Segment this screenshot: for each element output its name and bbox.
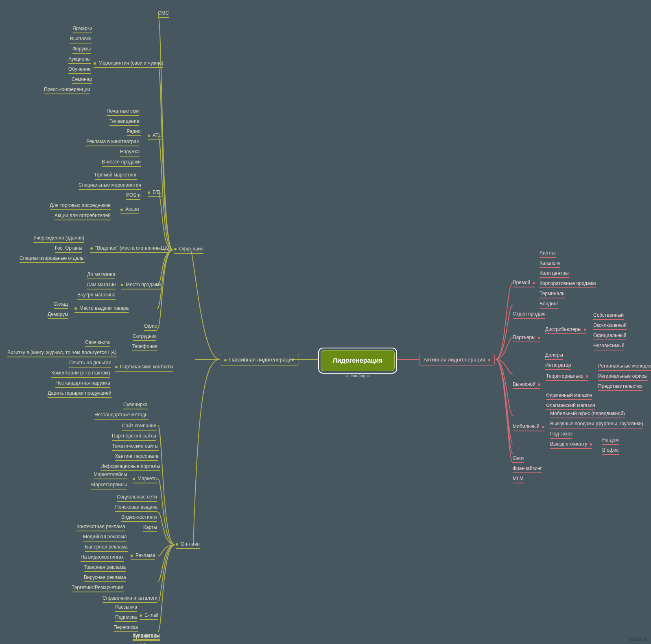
bullet-icon: [586, 375, 588, 378]
list-item: Учереждения (здания): [33, 235, 84, 243]
distrib-node: Дистрибьютеры: [545, 326, 586, 334]
list-item: Акции для потребителей: [55, 213, 111, 220]
online-node: Он-лайн: [176, 541, 200, 549]
bullet-icon: [538, 383, 540, 386]
ads-node: Реклама: [131, 553, 155, 560]
list-item: Хантинг персонала: [115, 453, 158, 461]
direct-node: Прямой: [513, 280, 535, 287]
list-item: Выставки: [70, 36, 92, 44]
root-label: Лидогенерация: [333, 357, 383, 364]
list-item: POSm: [126, 192, 140, 200]
list-item: Наружка: [120, 149, 140, 157]
list-item: Выездные продажи (фургоны, грузовики): [550, 421, 643, 429]
sales-dept-node: Отдел продаж: [513, 311, 545, 319]
list-item: Региональные офисы: [598, 373, 648, 381]
list-item: Тематические сайты: [112, 443, 159, 451]
bullet-icon: [120, 209, 123, 211]
list-item: Прямой маркетинг: [95, 172, 137, 180]
list-item: Обучение: [68, 66, 91, 74]
bullet-icon: [74, 307, 77, 310]
list-item: Фирменный магазин: [546, 392, 592, 400]
list-item: Ярмарки: [72, 26, 92, 33]
pickup-node: Место выдачи товара: [74, 305, 129, 313]
list-item: Флагманский магазин: [546, 402, 595, 410]
waterhole-node: "Водопои" (места скопления ЦА): [90, 245, 169, 253]
list-item: Печать на деньгах: [69, 360, 111, 368]
list-item: Коментарии (с контактом): [51, 370, 110, 378]
list-item: MLM: [513, 476, 524, 483]
list-item: Маркетплейсы: [94, 472, 127, 479]
list-item: Поисковая выдача: [115, 504, 157, 512]
list-item: Реклама в кинотеатрах: [86, 139, 139, 146]
list-item: Маркетсервисы: [91, 482, 127, 490]
list-item: До магазина: [87, 272, 115, 279]
list-item: Склад: [54, 301, 68, 309]
bullet-icon: [174, 248, 177, 250]
bullet-icon: [590, 443, 592, 446]
list-item: Купонаторы: [133, 632, 160, 640]
mobile-node: Мобильный: [513, 424, 544, 431]
list-item: Терминалы: [540, 291, 566, 298]
list-item: Подписка: [115, 614, 137, 622]
mindmap-canvas: Лидогенерация vk.com/rugus Пассивная лид…: [0, 0, 651, 644]
list-item: Нестандартная наружка: [55, 380, 110, 388]
bullet-icon: [121, 284, 123, 286]
list-item: Телефония: [132, 344, 157, 351]
visit-node: Выезд к клиенту: [550, 441, 592, 449]
list-item: Аукционы: [68, 56, 91, 64]
list-item: Сайт компании: [122, 423, 157, 431]
list-item: Для торговых посредников: [50, 202, 111, 210]
bullet-icon: [488, 359, 490, 361]
events-node: Мероприятия (свои и чужие): [94, 60, 163, 68]
markets-node: Маркеты: [133, 476, 157, 483]
bullet-icon: [140, 614, 142, 617]
active-label: Активная лидогенерация: [424, 357, 485, 363]
list-item: Переписка: [114, 624, 138, 632]
bullet-icon: [115, 366, 118, 368]
list-item: Сети: [513, 455, 524, 463]
list-item: Специальные мероприятия: [79, 182, 141, 190]
list-item: Рассылка: [115, 604, 137, 612]
list-item: Радио: [127, 128, 141, 136]
bullet-icon: [176, 543, 178, 546]
bullet-icon: [542, 426, 544, 428]
passive-pill: Пассивная лидогенерация: [220, 354, 299, 366]
bullet-icon: [133, 478, 135, 480]
list-item: Колл центры: [540, 270, 569, 278]
bullet-icon: [148, 135, 150, 137]
watermark: pikabu.ru: [629, 637, 648, 642]
list-item: Пресс-конференции: [44, 87, 90, 94]
list-item: Дилеры: [545, 352, 563, 360]
list-item: Деморум: [48, 311, 68, 319]
guerrilla-node: Партизанские контакты: [115, 364, 173, 372]
list-item: Внутри магазина: [77, 292, 116, 300]
list-item: Банерная реклама: [85, 544, 128, 552]
list-item: Официальный: [593, 333, 626, 340]
list-item: Видео-хостинги: [121, 514, 157, 522]
list-item: Контекстная реклама: [76, 524, 125, 531]
list-item: Представительство: [598, 383, 642, 391]
list-item: На видеохостингах: [81, 554, 124, 562]
bullet-icon: [131, 555, 133, 557]
outbound-node: Выносной: [513, 381, 540, 389]
list-item: Сотрудник: [133, 333, 156, 341]
bullet-icon: [538, 337, 540, 339]
partners-node: Партнеры: [513, 335, 540, 342]
list-item: Визитку в (книгу, журнал, то чем пользуе…: [7, 350, 117, 357]
list-item: Эксклюзивный: [593, 322, 627, 330]
list-item: Дарить подарки продукцией: [48, 390, 111, 398]
bullet-icon: [584, 329, 586, 331]
list-item: Собственный: [593, 312, 624, 320]
list-item: Информационые порталы: [100, 463, 160, 471]
list-item: Таргетинг/Ремаркетинг: [72, 585, 124, 592]
list-item: Франчайзинг: [513, 466, 542, 473]
territory-node: Территориально: [546, 373, 588, 381]
btl-node: BTL: [148, 189, 162, 197]
list-item: Семинар: [72, 76, 92, 84]
bullet-icon: [224, 359, 227, 361]
list-item: Вирусная реклама: [84, 574, 126, 582]
pos-node: Место продажи: [121, 282, 161, 289]
email-node: E-mail: [140, 612, 158, 620]
list-item: Вендинг: [540, 301, 558, 309]
catalogs-node: Справочники и каталоги: [103, 595, 157, 603]
